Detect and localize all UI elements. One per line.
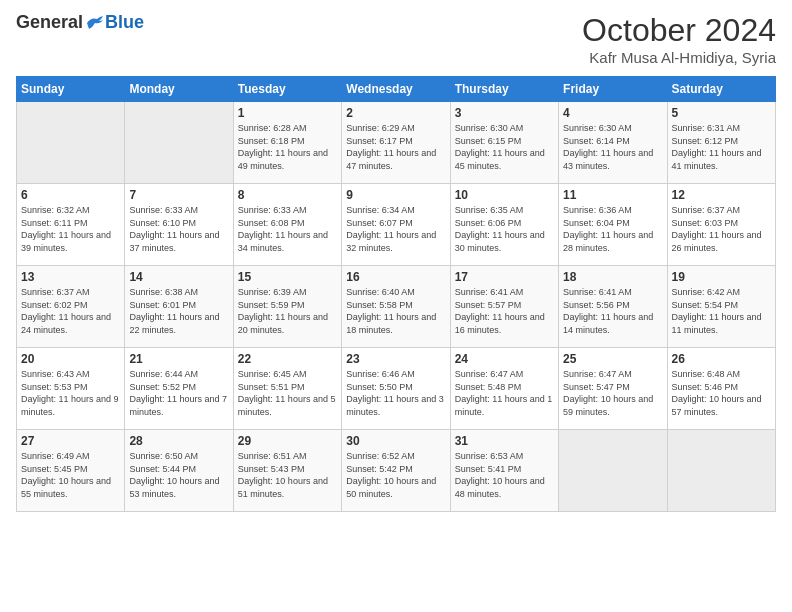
calendar-cell: 2Sunrise: 6:29 AMSunset: 6:17 PMDaylight… bbox=[342, 102, 450, 184]
cell-details: Sunrise: 6:33 AMSunset: 6:08 PMDaylight:… bbox=[238, 204, 337, 254]
calendar-cell: 20Sunrise: 6:43 AMSunset: 5:53 PMDayligh… bbox=[17, 348, 125, 430]
calendar-cell: 9Sunrise: 6:34 AMSunset: 6:07 PMDaylight… bbox=[342, 184, 450, 266]
day-number: 11 bbox=[563, 188, 662, 202]
cell-details: Sunrise: 6:48 AMSunset: 5:46 PMDaylight:… bbox=[672, 368, 771, 418]
calendar-cell: 29Sunrise: 6:51 AMSunset: 5:43 PMDayligh… bbox=[233, 430, 341, 512]
day-number: 15 bbox=[238, 270, 337, 284]
calendar-cell: 17Sunrise: 6:41 AMSunset: 5:57 PMDayligh… bbox=[450, 266, 558, 348]
calendar-cell: 30Sunrise: 6:52 AMSunset: 5:42 PMDayligh… bbox=[342, 430, 450, 512]
cell-details: Sunrise: 6:53 AMSunset: 5:41 PMDaylight:… bbox=[455, 450, 554, 500]
calendar-cell bbox=[559, 430, 667, 512]
calendar-cell: 22Sunrise: 6:45 AMSunset: 5:51 PMDayligh… bbox=[233, 348, 341, 430]
col-header-saturday: Saturday bbox=[667, 77, 775, 102]
week-row-4: 20Sunrise: 6:43 AMSunset: 5:53 PMDayligh… bbox=[17, 348, 776, 430]
col-header-thursday: Thursday bbox=[450, 77, 558, 102]
calendar-cell: 10Sunrise: 6:35 AMSunset: 6:06 PMDayligh… bbox=[450, 184, 558, 266]
day-number: 2 bbox=[346, 106, 445, 120]
day-number: 16 bbox=[346, 270, 445, 284]
logo: General Blue bbox=[16, 12, 144, 33]
cell-details: Sunrise: 6:28 AMSunset: 6:18 PMDaylight:… bbox=[238, 122, 337, 172]
cell-details: Sunrise: 6:41 AMSunset: 5:57 PMDaylight:… bbox=[455, 286, 554, 336]
day-number: 25 bbox=[563, 352, 662, 366]
calendar-cell: 28Sunrise: 6:50 AMSunset: 5:44 PMDayligh… bbox=[125, 430, 233, 512]
day-number: 31 bbox=[455, 434, 554, 448]
cell-details: Sunrise: 6:29 AMSunset: 6:17 PMDaylight:… bbox=[346, 122, 445, 172]
calendar-cell bbox=[125, 102, 233, 184]
calendar-cell: 14Sunrise: 6:38 AMSunset: 6:01 PMDayligh… bbox=[125, 266, 233, 348]
cell-details: Sunrise: 6:42 AMSunset: 5:54 PMDaylight:… bbox=[672, 286, 771, 336]
logo-bird-icon bbox=[85, 15, 105, 31]
cell-details: Sunrise: 6:32 AMSunset: 6:11 PMDaylight:… bbox=[21, 204, 120, 254]
location-text: Kafr Musa Al-Hmidiya, Syria bbox=[582, 49, 776, 66]
day-number: 6 bbox=[21, 188, 120, 202]
calendar-cell: 23Sunrise: 6:46 AMSunset: 5:50 PMDayligh… bbox=[342, 348, 450, 430]
header-row: SundayMondayTuesdayWednesdayThursdayFrid… bbox=[17, 77, 776, 102]
calendar-cell: 8Sunrise: 6:33 AMSunset: 6:08 PMDaylight… bbox=[233, 184, 341, 266]
day-number: 30 bbox=[346, 434, 445, 448]
day-number: 26 bbox=[672, 352, 771, 366]
cell-details: Sunrise: 6:34 AMSunset: 6:07 PMDaylight:… bbox=[346, 204, 445, 254]
day-number: 20 bbox=[21, 352, 120, 366]
cell-details: Sunrise: 6:52 AMSunset: 5:42 PMDaylight:… bbox=[346, 450, 445, 500]
calendar-cell bbox=[17, 102, 125, 184]
cell-details: Sunrise: 6:30 AMSunset: 6:14 PMDaylight:… bbox=[563, 122, 662, 172]
cell-details: Sunrise: 6:35 AMSunset: 6:06 PMDaylight:… bbox=[455, 204, 554, 254]
day-number: 27 bbox=[21, 434, 120, 448]
calendar-table: SundayMondayTuesdayWednesdayThursdayFrid… bbox=[16, 76, 776, 512]
day-number: 3 bbox=[455, 106, 554, 120]
month-title: October 2024 bbox=[582, 12, 776, 49]
week-row-5: 27Sunrise: 6:49 AMSunset: 5:45 PMDayligh… bbox=[17, 430, 776, 512]
calendar-cell: 6Sunrise: 6:32 AMSunset: 6:11 PMDaylight… bbox=[17, 184, 125, 266]
day-number: 13 bbox=[21, 270, 120, 284]
col-header-wednesday: Wednesday bbox=[342, 77, 450, 102]
calendar-cell: 16Sunrise: 6:40 AMSunset: 5:58 PMDayligh… bbox=[342, 266, 450, 348]
calendar-cell: 31Sunrise: 6:53 AMSunset: 5:41 PMDayligh… bbox=[450, 430, 558, 512]
calendar-cell: 15Sunrise: 6:39 AMSunset: 5:59 PMDayligh… bbox=[233, 266, 341, 348]
cell-details: Sunrise: 6:37 AMSunset: 6:03 PMDaylight:… bbox=[672, 204, 771, 254]
day-number: 29 bbox=[238, 434, 337, 448]
header: General Blue October 2024 Kafr Musa Al-H… bbox=[16, 12, 776, 66]
day-number: 19 bbox=[672, 270, 771, 284]
calendar-cell: 18Sunrise: 6:41 AMSunset: 5:56 PMDayligh… bbox=[559, 266, 667, 348]
calendar-cell: 25Sunrise: 6:47 AMSunset: 5:47 PMDayligh… bbox=[559, 348, 667, 430]
week-row-1: 1Sunrise: 6:28 AMSunset: 6:18 PMDaylight… bbox=[17, 102, 776, 184]
day-number: 17 bbox=[455, 270, 554, 284]
calendar-cell: 5Sunrise: 6:31 AMSunset: 6:12 PMDaylight… bbox=[667, 102, 775, 184]
day-number: 21 bbox=[129, 352, 228, 366]
day-number: 8 bbox=[238, 188, 337, 202]
col-header-monday: Monday bbox=[125, 77, 233, 102]
logo-general-text: General bbox=[16, 12, 83, 33]
day-number: 1 bbox=[238, 106, 337, 120]
cell-details: Sunrise: 6:49 AMSunset: 5:45 PMDaylight:… bbox=[21, 450, 120, 500]
cell-details: Sunrise: 6:41 AMSunset: 5:56 PMDaylight:… bbox=[563, 286, 662, 336]
cell-details: Sunrise: 6:38 AMSunset: 6:01 PMDaylight:… bbox=[129, 286, 228, 336]
day-number: 10 bbox=[455, 188, 554, 202]
cell-details: Sunrise: 6:47 AMSunset: 5:47 PMDaylight:… bbox=[563, 368, 662, 418]
calendar-container: General Blue October 2024 Kafr Musa Al-H… bbox=[0, 0, 792, 522]
calendar-cell: 4Sunrise: 6:30 AMSunset: 6:14 PMDaylight… bbox=[559, 102, 667, 184]
cell-details: Sunrise: 6:50 AMSunset: 5:44 PMDaylight:… bbox=[129, 450, 228, 500]
day-number: 12 bbox=[672, 188, 771, 202]
cell-details: Sunrise: 6:51 AMSunset: 5:43 PMDaylight:… bbox=[238, 450, 337, 500]
calendar-cell: 24Sunrise: 6:47 AMSunset: 5:48 PMDayligh… bbox=[450, 348, 558, 430]
cell-details: Sunrise: 6:30 AMSunset: 6:15 PMDaylight:… bbox=[455, 122, 554, 172]
day-number: 4 bbox=[563, 106, 662, 120]
cell-details: Sunrise: 6:31 AMSunset: 6:12 PMDaylight:… bbox=[672, 122, 771, 172]
cell-details: Sunrise: 6:44 AMSunset: 5:52 PMDaylight:… bbox=[129, 368, 228, 418]
col-header-friday: Friday bbox=[559, 77, 667, 102]
calendar-cell: 12Sunrise: 6:37 AMSunset: 6:03 PMDayligh… bbox=[667, 184, 775, 266]
cell-details: Sunrise: 6:47 AMSunset: 5:48 PMDaylight:… bbox=[455, 368, 554, 418]
cell-details: Sunrise: 6:46 AMSunset: 5:50 PMDaylight:… bbox=[346, 368, 445, 418]
calendar-cell: 19Sunrise: 6:42 AMSunset: 5:54 PMDayligh… bbox=[667, 266, 775, 348]
calendar-cell: 7Sunrise: 6:33 AMSunset: 6:10 PMDaylight… bbox=[125, 184, 233, 266]
calendar-cell: 3Sunrise: 6:30 AMSunset: 6:15 PMDaylight… bbox=[450, 102, 558, 184]
day-number: 5 bbox=[672, 106, 771, 120]
day-number: 28 bbox=[129, 434, 228, 448]
cell-details: Sunrise: 6:40 AMSunset: 5:58 PMDaylight:… bbox=[346, 286, 445, 336]
col-header-tuesday: Tuesday bbox=[233, 77, 341, 102]
logo-blue-text: Blue bbox=[105, 12, 144, 33]
day-number: 7 bbox=[129, 188, 228, 202]
calendar-cell: 21Sunrise: 6:44 AMSunset: 5:52 PMDayligh… bbox=[125, 348, 233, 430]
cell-details: Sunrise: 6:45 AMSunset: 5:51 PMDaylight:… bbox=[238, 368, 337, 418]
title-section: October 2024 Kafr Musa Al-Hmidiya, Syria bbox=[582, 12, 776, 66]
